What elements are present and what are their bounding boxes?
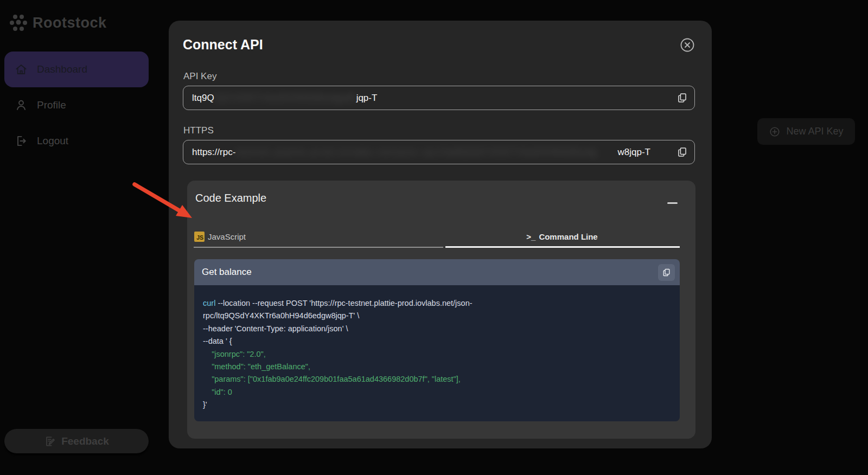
https-input[interactable]: https://rpc- testnet.plattie-prod.iovlab… xyxy=(183,140,695,164)
new-api-key-label: New API Key xyxy=(786,126,843,137)
logout-icon xyxy=(14,134,28,148)
terminal-icon: >_ xyxy=(526,232,535,241)
sidebar-item-label: Logout xyxy=(37,135,68,147)
minimize-icon[interactable] xyxy=(667,202,678,204)
tab-command-line-label: Command Line xyxy=(539,232,597,241)
sidebar-item-dashboard[interactable]: Dashboard xyxy=(4,52,149,87)
javascript-icon: JS xyxy=(194,232,205,242)
code-snippet-title: Get balance xyxy=(202,267,252,278)
plus-circle-icon xyxy=(769,126,781,138)
https-redacted: testnet.plattie-prod.iovlabs.net/json-rp… xyxy=(235,147,617,158)
annotation-arrow xyxy=(128,178,200,224)
rootstock-logo-icon xyxy=(9,13,28,33)
api-key-visible-start: ltq9Q xyxy=(192,93,214,104)
api-key-redacted: SdY4XKTr6a0hH94d6edgw8 xyxy=(214,93,356,104)
code-example-title: Code Example xyxy=(195,192,266,204)
logo-text: Rootstock xyxy=(33,15,107,31)
tab-javascript[interactable]: JS JavaScript xyxy=(194,228,246,245)
copy-icon[interactable] xyxy=(676,92,688,104)
https-visible-start: https://rpc- xyxy=(192,147,235,158)
code-copy-button[interactable] xyxy=(658,264,675,281)
code-example-card: Code Example JS JavaScript >_ Command Li… xyxy=(187,181,695,439)
sidebar-item-profile[interactable]: Profile xyxy=(4,91,149,119)
feedback-button[interactable]: Feedback xyxy=(4,429,149,453)
https-visible-end: w8jqp-T xyxy=(618,147,650,158)
sidebar-item-label: Dashboard xyxy=(37,63,87,75)
code-lines: curl --location --request POST 'https://… xyxy=(194,285,680,421)
code-snippet-header: Get balance xyxy=(194,259,680,285)
person-icon xyxy=(14,98,28,112)
copy-icon[interactable] xyxy=(676,146,688,158)
modal-title: Connect API xyxy=(183,37,263,53)
feedback-label: Feedback xyxy=(61,435,109,447)
tab-underline-inactive xyxy=(194,247,443,248)
feedback-edit-icon xyxy=(44,435,56,447)
new-api-key-button[interactable]: New API Key xyxy=(757,118,855,145)
code-snippet: Get balance curl --location --request PO… xyxy=(194,259,680,421)
rootstock-logo: Rootstock xyxy=(9,13,107,33)
api-key-visible-end: jqp-T xyxy=(356,93,378,104)
api-key-input[interactable]: ltq9Q SdY4XKTr6a0hH94d6edgw8 jqp-T xyxy=(183,86,695,110)
close-icon[interactable] xyxy=(680,37,695,53)
tab-underline-active xyxy=(445,246,680,248)
app-root: Rootstock Dashboard Profile Logout xyxy=(0,0,868,475)
tab-command-line[interactable]: >_ Command Line xyxy=(444,228,680,245)
connect-api-modal: Connect API API Key ltq9Q SdY4XKTr6a0hH9… xyxy=(169,21,712,448)
home-icon xyxy=(14,62,28,76)
tab-javascript-label: JavaScript xyxy=(208,232,246,241)
sidebar-item-label: Profile xyxy=(37,99,66,111)
api-key-label: API Key xyxy=(183,71,216,82)
sidebar-item-logout[interactable]: Logout xyxy=(4,127,149,155)
https-label: HTTPS xyxy=(183,125,214,136)
